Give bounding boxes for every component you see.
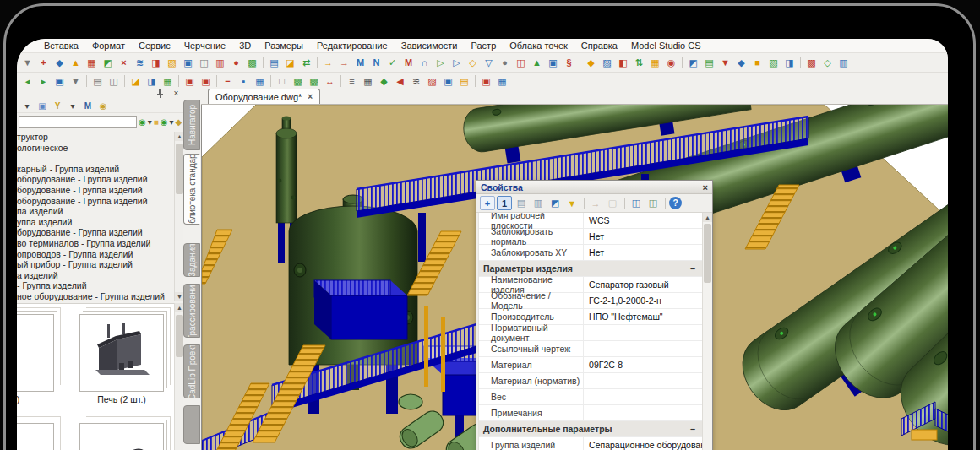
toolbar-icon[interactable]: ▼ — [717, 55, 733, 70]
toolbar-icon[interactable]: ▤ — [266, 55, 282, 70]
toolbar-icon[interactable]: ≋ — [132, 55, 148, 70]
search-row-icon[interactable]: ■ — [154, 116, 159, 128]
toolbar-icon[interactable]: ▧ — [164, 55, 180, 70]
properties-toolbar-icon[interactable]: + — [480, 196, 495, 210]
toolbar-icon[interactable]: ◨ — [148, 55, 164, 70]
tree-item[interactable]: борудование - Группа изделий — [17, 185, 174, 196]
collapse-icon[interactable]: − — [690, 424, 702, 434]
properties-toolbar-icon[interactable]: ▥ — [531, 196, 546, 210]
panel-vertical-tab[interactable]: Задания — [183, 243, 200, 277]
toolbar-icon[interactable]: M — [352, 55, 368, 70]
property-row[interactable]: Заблокировать XY Нет — [479, 245, 702, 261]
menu-item[interactable]: Редактирование — [310, 40, 395, 52]
toolbar-icon[interactable]: ▦ — [252, 73, 268, 89]
toolbar-icon[interactable]: ◂ — [19, 73, 35, 89]
properties-toolbar-icon[interactable]: 1 — [497, 196, 512, 210]
toolbar-icon[interactable]: → — [320, 55, 336, 70]
menu-item[interactable]: Растр — [465, 40, 504, 52]
tree-item[interactable]: опроводов - Группа изделий — [17, 249, 174, 260]
search-row-icon[interactable]: ▾ — [170, 116, 174, 128]
panel-vertical-tab[interactable]: CadLib Проект — [183, 344, 200, 398]
thumbnail-cell-vessel[interactable] — [78, 423, 166, 450]
search-row-icon[interactable]: ◆ — [176, 116, 182, 128]
scrollbar-thumb[interactable] — [704, 224, 711, 283]
filter-bar-icon[interactable]: M — [81, 100, 95, 112]
properties-toolbar-icon[interactable]: ▤ — [514, 196, 529, 210]
menu-item[interactable]: Зависимости — [395, 40, 465, 52]
toolbar-icon[interactable] — [314, 55, 320, 70]
toolbar-icon[interactable]: ▤ — [701, 55, 717, 70]
property-value[interactable]: ГС-2-1,0-2000-2-н — [584, 295, 702, 306]
toolbar-icon[interactable]: ↔ — [322, 73, 338, 89]
property-value[interactable]: Нет — [584, 231, 702, 241]
toolbar-icon[interactable]: − — [220, 73, 236, 89]
pin-icon[interactable] — [155, 89, 166, 99]
menu-item[interactable]: Сервис — [132, 40, 177, 52]
toolbar-icon[interactable]: ≡ — [344, 73, 360, 89]
toolbar-icon[interactable] — [798, 55, 803, 70]
properties-title-bar[interactable]: Свойства × — [476, 181, 712, 194]
toolbar-icon[interactable]: ◇ — [819, 55, 836, 70]
toolbar-icon[interactable]: ▣ — [440, 73, 456, 89]
property-row[interactable]: Ссылочный чертеж — [479, 341, 702, 357]
close-icon[interactable]: × — [171, 89, 182, 99]
tree-scrollbar[interactable]: ▲ ▼ — [174, 132, 183, 301]
toolbar-icon[interactable]: ▦ — [160, 73, 176, 89]
properties-toolbar-icon[interactable] — [662, 196, 667, 210]
tree-item[interactable]: па изделий — [17, 206, 174, 217]
toolbar-icon[interactable]: ● — [497, 55, 513, 70]
menu-item[interactable]: Вставка — [37, 40, 85, 52]
property-value[interactable]: Сепаратор газовый — [584, 279, 702, 290]
property-value[interactable]: Сепарационное оборудование — [584, 440, 702, 450]
filter-bar-icon[interactable]: ▾ — [20, 100, 34, 112]
toolbar-icon[interactable]: N — [368, 55, 384, 70]
search-row-icon[interactable]: ◉ — [139, 116, 146, 128]
toolbar-icon[interactable]: ▪ — [236, 73, 252, 89]
platform-upper[interactable] — [314, 280, 407, 339]
toolbar-icon[interactable]: ▣ — [182, 73, 198, 89]
property-row[interactable]: Группа изделий Сепарационное оборудовани… — [479, 437, 702, 450]
close-icon[interactable]: × — [703, 182, 708, 192]
property-row[interactable]: Нормативный документ — [479, 325, 702, 341]
property-row[interactable]: Заблокировать нормаль Нет — [479, 229, 702, 245]
tree-item[interactable]: оборудование - Группа изделий — [17, 196, 174, 207]
toolbar-icon[interactable]: ◧ — [615, 55, 631, 70]
tree-item[interactable]: а изделий — [17, 270, 174, 281]
search-input[interactable] — [19, 116, 137, 128]
toolbar-icon[interactable]: ∩ — [416, 55, 433, 70]
toolbar-icon[interactable]: ■ — [749, 55, 765, 70]
thumbnail-cell[interactable] — [17, 423, 56, 450]
search-row-icon[interactable]: ▾ — [148, 116, 152, 128]
toolbar-icon[interactable]: □ — [274, 73, 290, 89]
toolbar-icon[interactable]: ▩ — [306, 73, 322, 89]
properties-toolbar-icon[interactable]: ? — [669, 197, 682, 209]
toolbar-icon[interactable]: ▤ — [456, 73, 472, 89]
search-row-icon[interactable]: ◉ — [161, 116, 168, 128]
collapse-icon[interactable]: − — [690, 263, 702, 274]
toolbar-icon[interactable]: ◫ — [196, 55, 212, 70]
toolbar-icon[interactable]: ▲ — [529, 55, 545, 70]
toolbar-icon[interactable]: + — [35, 55, 52, 70]
document-tab[interactable]: Оборудование.dwg* × — [208, 89, 320, 104]
properties-toolbar-icon[interactable]: ▢ — [605, 196, 620, 210]
toolbar-icon[interactable]: ▣ — [545, 55, 561, 70]
panel-vertical-tab[interactable]: Библиотека стандарт... — [183, 154, 200, 225]
filter-bar-icon[interactable]: ◉ — [96, 100, 110, 112]
toolbar-icon[interactable]: ◫ — [513, 55, 529, 70]
filter-bar-icon[interactable]: ▾ — [66, 100, 79, 112]
toolbar-icon[interactable]: ▦ — [647, 55, 663, 70]
toolbar-icon[interactable]: M — [400, 55, 416, 70]
toolbar-icon[interactable] — [260, 55, 266, 70]
tree-item[interactable]: уппа изделий — [17, 217, 174, 228]
menu-item[interactable]: Model Studio CS — [624, 40, 708, 52]
tree-item[interactable]: карный - Группа изделий — [17, 164, 174, 175]
menu-item[interactable]: Облака точек — [503, 40, 574, 52]
thumbnails-scrollbar[interactable]: ▲ — [174, 303, 183, 450]
tree-item[interactable]: во терминалов - Группа изделий — [17, 238, 174, 249]
toolbar-icon[interactable]: ▷ — [449, 55, 465, 70]
scrollbar-thumb[interactable] — [176, 144, 183, 194]
scrollbar-thumb[interactable] — [176, 315, 183, 357]
toolbar-icon[interactable]: ▥ — [836, 55, 852, 70]
tree-item[interactable] — [17, 153, 174, 164]
properties-toolbar-icon[interactable]: ▼ — [564, 196, 580, 210]
